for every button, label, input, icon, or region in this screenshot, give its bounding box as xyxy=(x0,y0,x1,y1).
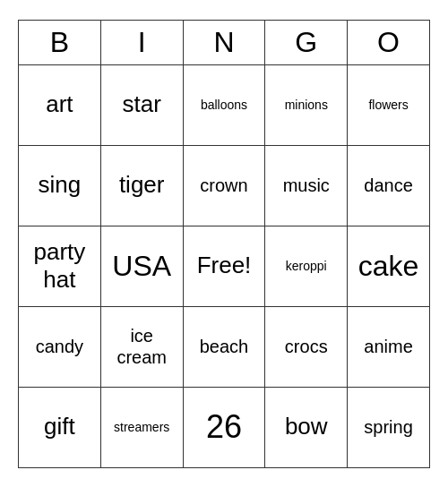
cell-text-3-1: icecream xyxy=(105,325,179,368)
bingo-cell-1-3: music xyxy=(265,145,348,226)
cell-text-0-4: flowers xyxy=(351,98,426,113)
bingo-header: BINGO xyxy=(19,20,430,64)
bingo-cell-3-2: beach xyxy=(183,306,265,387)
header-O: O xyxy=(348,20,430,64)
bingo-cell-3-3: crocs xyxy=(265,306,348,387)
cell-text-4-3: bow xyxy=(269,413,343,440)
bingo-cell-3-0: candy xyxy=(19,306,101,387)
header-B: B xyxy=(19,20,101,64)
bingo-row-3: candyicecreambeachcrocsanime xyxy=(19,306,430,387)
bingo-row-2: partyhatUSAFree!keroppicake xyxy=(19,226,430,306)
bingo-cell-1-4: dance xyxy=(348,145,430,226)
bingo-cell-4-0: gift xyxy=(19,387,101,467)
bingo-cell-1-2: crown xyxy=(183,145,265,226)
bingo-cell-3-1: icecream xyxy=(100,306,183,387)
cell-text-1-2: crown xyxy=(187,175,262,196)
cell-text-1-4: dance xyxy=(351,175,426,196)
bingo-row-1: singtigercrownmusicdance xyxy=(19,145,430,226)
cell-text-4-2: 26 xyxy=(187,407,262,446)
bingo-cell-1-1: tiger xyxy=(100,145,183,226)
header-N: N xyxy=(183,20,265,64)
bingo-cell-0-3: minions xyxy=(265,64,348,145)
cell-text-0-2: balloons xyxy=(187,98,262,113)
bingo-cell-4-1: streamers xyxy=(100,387,183,467)
bingo-row-0: artstarballoonsminionsflowers xyxy=(19,64,430,145)
cell-text-3-4: anime xyxy=(351,336,426,357)
cell-text-4-4: spring xyxy=(351,416,426,438)
cell-text-0-0: art xyxy=(22,90,97,118)
bingo-cell-0-4: flowers xyxy=(348,64,430,145)
cell-text-2-0: partyhat xyxy=(22,238,97,294)
bingo-cell-0-1: star xyxy=(100,64,183,145)
bingo-cell-4-2: 26 xyxy=(183,387,265,467)
cell-text-4-1: streamers xyxy=(105,420,179,435)
bingo-cell-2-3: keroppi xyxy=(265,226,348,306)
cell-text-2-2: Free! xyxy=(187,252,262,279)
header-G: G xyxy=(265,20,348,64)
cell-text-1-0: sing xyxy=(22,171,97,199)
cell-text-2-3: keroppi xyxy=(269,259,343,274)
bingo-cell-0-0: art xyxy=(19,64,101,145)
cell-text-2-1: USA xyxy=(105,249,179,283)
bingo-cell-2-1: USA xyxy=(100,226,183,306)
bingo-cell-3-4: anime xyxy=(348,306,430,387)
bingo-cell-2-4: cake xyxy=(348,226,430,306)
cell-text-0-3: minions xyxy=(269,98,343,113)
header-I: I xyxy=(100,20,183,64)
bingo-cell-0-2: balloons xyxy=(183,64,265,145)
cell-text-3-2: beach xyxy=(187,336,262,357)
cell-text-0-1: star xyxy=(105,90,179,118)
bingo-cell-4-3: bow xyxy=(265,387,348,467)
cell-text-1-1: tiger xyxy=(105,171,179,199)
cell-text-2-4: cake xyxy=(351,249,426,283)
bingo-cell-4-4: spring xyxy=(348,387,430,467)
bingo-row-4: giftstreamers26bowspring xyxy=(19,387,430,467)
cell-text-1-3: music xyxy=(269,175,343,196)
bingo-cell-1-0: sing xyxy=(19,145,101,226)
cell-text-3-3: crocs xyxy=(269,336,343,357)
bingo-cell-2-0: partyhat xyxy=(19,226,101,306)
bingo-cell-2-2: Free! xyxy=(183,226,265,306)
bingo-card: BINGO artstarballoonsminionsflowerssingt… xyxy=(18,20,430,468)
cell-text-4-0: gift xyxy=(22,413,97,440)
cell-text-3-0: candy xyxy=(22,336,97,357)
